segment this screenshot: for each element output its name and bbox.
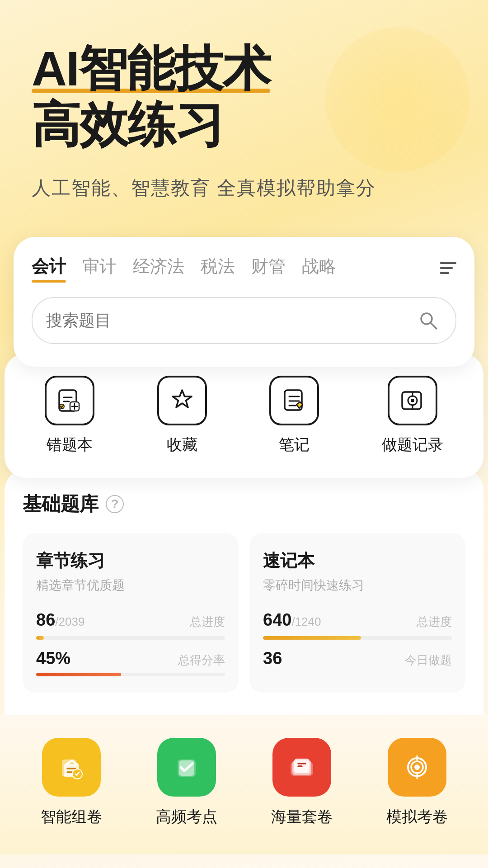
chapter-progress-row: 86/2039 总进度 xyxy=(36,610,225,630)
search-bar xyxy=(32,297,456,344)
hero-subtitle: 人工智能、智慧教育 全真模拟帮助拿分 xyxy=(32,175,456,201)
chapter-progress-fill xyxy=(36,636,44,640)
tab-accounting[interactable]: 会计 xyxy=(32,255,66,281)
notes-icon xyxy=(269,376,319,425)
bottom-actions-section: 智能组卷 高频考点 海量套卷 xyxy=(0,715,488,854)
speed-score-row: 36 今日做题 xyxy=(263,649,452,668)
tab-tax[interactable]: 税法 xyxy=(201,255,235,281)
bottom-action-highfreq-label: 高频考点 xyxy=(156,807,217,827)
hero-title: AI智能技术 高效练习 xyxy=(32,41,456,153)
action-notes[interactable]: 笔记 xyxy=(269,376,319,455)
chapter-progress-value: 86/2039 xyxy=(36,610,84,630)
action-wrong-book-label: 错题本 xyxy=(47,434,93,455)
svg-point-18 xyxy=(411,399,414,402)
hero-title-line2: 高效练习 xyxy=(32,97,223,152)
action-collect-label: 收藏 xyxy=(167,434,197,455)
bottom-action-mock[interactable]: 模拟考卷 xyxy=(386,738,448,827)
bottom-action-compose[interactable]: 智能组卷 xyxy=(41,738,102,827)
speed-progress-bar xyxy=(263,636,452,640)
bank-card-chapter-desc: 精选章节优质题 xyxy=(36,577,225,594)
bank-card-chapter[interactable]: 章节练习 精选章节优质题 86/2039 总进度 45% 总得分率 xyxy=(23,533,239,693)
papers-icon xyxy=(272,738,331,797)
main-card: 会计 审计 经济法 税法 财管 战略 xyxy=(14,237,474,367)
record-icon xyxy=(388,376,437,425)
hero-section: AI智能技术 高效练习 人工智能、智慧教育 全真模拟帮助拿分 xyxy=(0,0,488,219)
action-record-label: 做题记录 xyxy=(382,434,443,455)
action-wrong-book[interactable]: 错题本 xyxy=(45,376,94,455)
compose-icon xyxy=(42,738,101,797)
chapter-score-bar xyxy=(36,673,225,676)
wrong-book-icon xyxy=(45,376,94,425)
check-icon xyxy=(157,738,216,797)
bottom-action-papers-label: 海量套卷 xyxy=(271,807,333,827)
bank-card-chapter-title: 章节练习 xyxy=(36,549,225,572)
bottom-action-compose-label: 智能组卷 xyxy=(41,807,102,827)
tab-economic-law[interactable]: 经济法 xyxy=(133,255,184,281)
chapter-score-value: 45% xyxy=(36,649,70,668)
tab-finance[interactable]: 财管 xyxy=(251,255,286,281)
action-notes-label: 笔记 xyxy=(279,434,310,455)
tabs-bar: 会计 审计 经济法 税法 财管 战略 xyxy=(32,255,456,281)
bank-section: 基础题库 ? 章节练习 精选章节优质题 86/2039 总进度 45% 总得分率 xyxy=(5,469,483,715)
chapter-score-label: 总得分率 xyxy=(178,652,225,668)
tab-audit[interactable]: 审计 xyxy=(82,255,117,281)
svg-point-35 xyxy=(414,764,420,770)
search-input[interactable] xyxy=(46,311,408,330)
bottom-action-papers[interactable]: 海量套卷 xyxy=(271,738,333,827)
speed-progress-fill xyxy=(263,636,361,640)
bank-card-speed[interactable]: 速记本 零碎时间快速练习 640/1240 总进度 36 今日做题 xyxy=(249,533,465,693)
quick-actions-card: 错题本 收藏 笔记 xyxy=(5,353,483,478)
chapter-progress-label: 总进度 xyxy=(190,614,225,630)
search-button[interactable] xyxy=(415,307,442,334)
chapter-score-fill xyxy=(36,673,121,676)
action-collect[interactable]: 收藏 xyxy=(157,376,207,455)
svg-marker-11 xyxy=(173,390,192,407)
tab-more-button[interactable] xyxy=(440,262,456,274)
bank-title: 基础题库 xyxy=(23,491,99,517)
action-record[interactable]: 做题记录 xyxy=(382,376,443,455)
chapter-progress-bar xyxy=(36,636,225,640)
speed-progress-value: 640/1240 xyxy=(263,610,321,630)
speed-score-label: 今日做题 xyxy=(405,652,452,668)
svg-line-1 xyxy=(431,323,436,329)
bank-card-speed-desc: 零碎时间快速练习 xyxy=(263,577,452,594)
tab-strategy[interactable]: 战略 xyxy=(302,255,336,281)
hero-title-line1: AI智能技术 xyxy=(32,41,270,97)
help-icon[interactable]: ? xyxy=(106,495,124,513)
speed-progress-row: 640/1240 总进度 xyxy=(263,610,452,630)
speed-score-value: 36 xyxy=(263,649,282,668)
bank-grid: 章节练习 精选章节优质题 86/2039 总进度 45% 总得分率 速记本 零碎… xyxy=(23,533,465,693)
speed-progress-label: 总进度 xyxy=(417,614,452,630)
target-icon xyxy=(388,738,446,797)
bottom-action-mock-label: 模拟考卷 xyxy=(386,807,448,827)
bank-header: 基础题库 ? xyxy=(23,491,465,517)
star-icon xyxy=(157,376,207,425)
bottom-action-highfreq[interactable]: 高频考点 xyxy=(156,738,217,827)
chapter-score-row: 45% 总得分率 xyxy=(36,649,225,668)
bank-card-speed-title: 速记本 xyxy=(263,549,452,572)
